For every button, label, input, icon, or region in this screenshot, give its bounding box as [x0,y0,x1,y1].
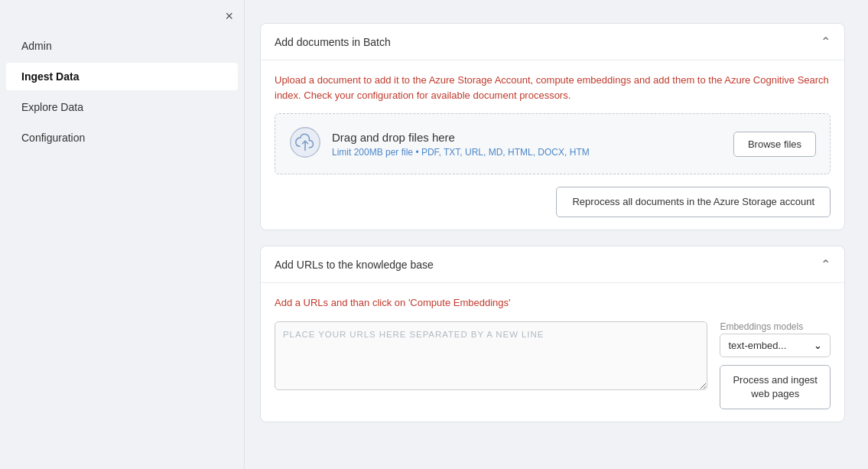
embeddings-select[interactable]: text-embed... ⌄ [720,334,831,357]
drop-zone-subtitle: Limit 200MB per file • PDF, TXT, URL, MD… [332,147,733,158]
urls-card-header: Add URLs to the knowledge base ⌃ [261,246,844,283]
batch-card-body: Upload a document to add it to the Azure… [261,60,844,230]
sidebar-item-explore-data[interactable]: Explore Data [6,93,238,121]
drop-zone-title: Drag and drop files here [332,131,733,144]
urls-row: Embeddings models text-embed... ⌄ Proces… [275,321,831,409]
urls-description: Add a URLs and than click on 'Compute Em… [275,295,831,311]
urls-card-title: Add URLs to the knowledge base [275,259,434,271]
sidebar-item-admin[interactable]: Admin [6,32,238,60]
process-ingest-button[interactable]: Process and ingest web pages [720,365,831,409]
chevron-down-icon: ⌄ [814,340,822,351]
close-button[interactable]: × [225,9,233,23]
main-content: Add documents in Batch ⌃ Upload a docume… [245,0,868,469]
drop-zone-text: Drag and drop files here Limit 200MB per… [332,131,733,158]
batch-card-title: Add documents in Batch [275,36,391,48]
embeddings-select-value: text-embed... [728,340,786,351]
batch-upload-card: Add documents in Batch ⌃ Upload a docume… [260,23,845,230]
urls-card-body: Add a URLs and than click on 'Compute Em… [261,283,844,422]
urls-textarea[interactable] [275,321,707,390]
batch-card-header: Add documents in Batch ⌃ [261,24,844,60]
urls-card: Add URLs to the knowledge base ⌃ Add a U… [260,246,845,422]
browse-files-button[interactable]: Browse files [733,132,816,157]
embeddings-section: Embeddings models text-embed... ⌄ [720,321,831,357]
batch-description: Upload a document to add it to the Azure… [275,73,831,103]
reprocess-btn-wrap: Reprocess all documents in the Azure Sto… [275,187,831,217]
reprocess-button[interactable]: Reprocess all documents in the Azure Sto… [556,187,831,217]
sidebar-item-ingest-data[interactable]: Ingest Data [6,63,238,90]
urls-right-panel: Embeddings models text-embed... ⌄ Proces… [720,321,831,409]
urls-collapse-icon[interactable]: ⌃ [821,257,831,272]
embeddings-label: Embeddings models [720,321,831,332]
sidebar-nav: Admin Ingest Data Explore Data Configura… [0,31,244,153]
drop-zone[interactable]: Drag and drop files here Limit 200MB per… [275,113,831,174]
sidebar-item-configuration[interactable]: Configuration [6,124,238,151]
sidebar: × Admin Ingest Data Explore Data Configu… [0,0,245,469]
upload-cloud-icon [289,126,321,161]
batch-collapse-icon[interactable]: ⌃ [821,34,831,49]
